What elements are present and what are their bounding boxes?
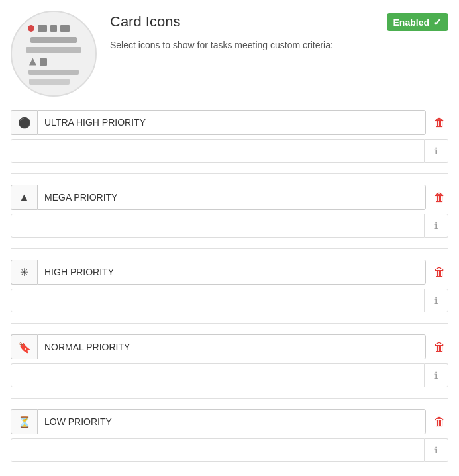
icon-name-row-low: ⏳ 🗑 (11, 409, 448, 434)
priority-group-high: ✳ 🗑 ℹ (11, 260, 448, 324)
priority-name-input-ultra[interactable] (37, 110, 426, 135)
info-button-mega[interactable]: ℹ (425, 214, 448, 238)
info-icon-mega: ℹ (434, 220, 438, 231)
criteria-row-ultra: ℹ (11, 139, 448, 163)
priority-icon-low: ⏳ (18, 416, 31, 428)
info-button-low[interactable]: ℹ (425, 438, 448, 462)
priorities-list: ⚫ 🗑 ℹ ▲ 🗑 (11, 110, 448, 473)
priority-name-input-normal[interactable] (37, 334, 426, 359)
delete-button-mega[interactable]: 🗑 (431, 188, 448, 207)
priority-icon-high: ✳ (20, 266, 28, 279)
icon-name-row-ultra: ⚫ 🗑 (11, 110, 448, 135)
icon-name-row-normal: 🔖 🗑 (11, 334, 448, 359)
delete-button-high[interactable]: 🗑 (431, 263, 448, 282)
criteria-row-low: ℹ (11, 438, 448, 462)
trash-icon-ultra: 🗑 (434, 116, 446, 130)
trash-icon-high: 🗑 (434, 265, 446, 279)
enabled-label: Enabled (393, 17, 429, 28)
icon-name-row-mega: ▲ 🗑 (11, 185, 448, 210)
trash-icon-mega: 🗑 (434, 191, 446, 205)
priority-name-input-low[interactable] (37, 409, 426, 434)
info-button-ultra[interactable]: ℹ (425, 139, 448, 163)
priority-group-mega: ▲ 🗑 ℹ (11, 185, 448, 249)
criteria-row-high: ℹ (11, 289, 448, 312)
delete-button-low[interactable]: 🗑 (431, 412, 448, 432)
icon-picker-ultra[interactable]: ⚫ (11, 110, 37, 135)
info-icon-normal: ℹ (434, 370, 438, 381)
criteria-input-ultra[interactable] (11, 139, 425, 163)
priority-icon-mega: ▲ (19, 191, 30, 203)
enabled-badge: Enabled ✓ (387, 13, 448, 31)
info-icon-low: ℹ (434, 445, 438, 455)
priority-name-input-high[interactable] (37, 260, 426, 285)
info-button-normal[interactable]: ℹ (425, 363, 448, 387)
criteria-input-mega[interactable] (11, 214, 425, 238)
icon-name-row-high: ✳ 🗑 (11, 260, 448, 285)
delete-button-normal[interactable]: 🗑 (431, 338, 448, 357)
priority-icon-normal: 🔖 (18, 341, 31, 354)
icon-picker-normal[interactable]: 🔖 (11, 334, 37, 359)
trash-icon-low: 🗑 (434, 415, 446, 429)
criteria-row-normal: ℹ (11, 363, 448, 387)
info-button-high[interactable]: ℹ (425, 289, 448, 312)
page-title: Card Icons (110, 13, 180, 30)
priority-group-low: ⏳ 🗑 ℹ (11, 409, 448, 473)
subtitle: Select icons to show for tasks meeting c… (110, 40, 448, 50)
criteria-input-normal[interactable] (11, 363, 425, 387)
priority-group-normal: 🔖 🗑 ℹ (11, 334, 448, 399)
trash-icon-normal: 🗑 (434, 340, 446, 354)
icon-picker-low[interactable]: ⏳ (11, 409, 37, 434)
delete-button-ultra[interactable]: 🗑 (431, 113, 448, 132)
priority-icon-ultra: ⚫ (18, 117, 31, 129)
preview-circle (11, 11, 97, 97)
icon-picker-mega[interactable]: ▲ (11, 185, 37, 210)
page-header: Card Icons Enabled ✓ Select icons to sho… (11, 11, 448, 97)
criteria-input-high[interactable] (11, 289, 425, 312)
icon-picker-high[interactable]: ✳ (11, 260, 37, 285)
info-icon-ultra: ℹ (434, 146, 438, 156)
priority-group-ultra: ⚫ 🗑 ℹ (11, 110, 448, 174)
info-icon-high: ℹ (434, 295, 438, 306)
check-icon: ✓ (433, 16, 442, 28)
criteria-input-low[interactable] (11, 438, 425, 462)
criteria-row-mega: ℹ (11, 214, 448, 238)
title-section: Card Icons Enabled ✓ Select icons to sho… (97, 11, 448, 64)
priority-name-input-mega[interactable] (37, 185, 426, 210)
